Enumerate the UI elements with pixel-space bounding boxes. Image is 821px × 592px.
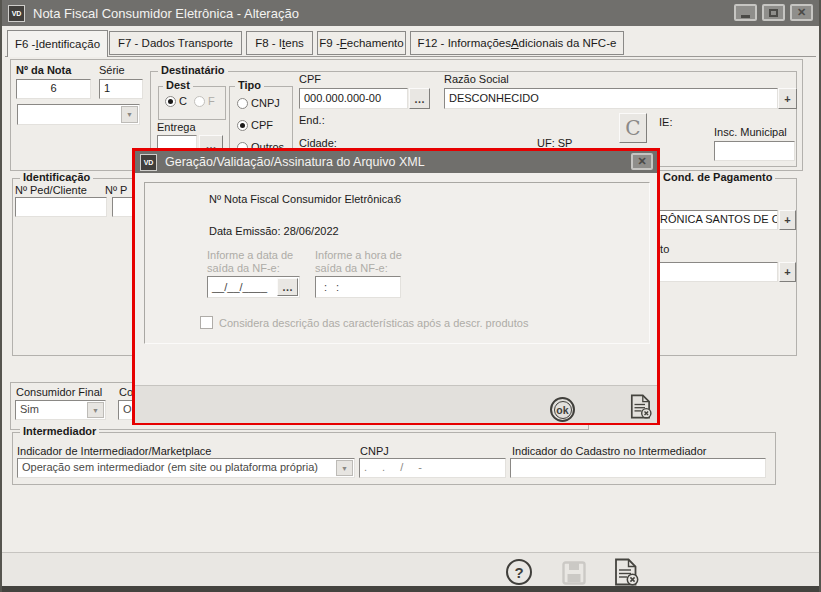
- cnpj-label: CNPJ: [360, 445, 389, 457]
- xml-generation-modal: VD Geração/Validação/Assinatura do Arqui…: [132, 148, 660, 425]
- radio-icon[interactable]: [194, 96, 205, 107]
- ped2-label-fragment: Nº P: [105, 184, 127, 196]
- cpf-field[interactable]: 000.000.000-00: [299, 88, 408, 109]
- tipo-cnpj-label: CNPJ: [251, 97, 280, 109]
- cpf-lookup-button[interactable]: …: [409, 88, 430, 109]
- save-icon: [562, 561, 586, 585]
- dest-radio-f[interactable]: F: [194, 95, 215, 107]
- help-button[interactable]: ?: [506, 559, 532, 585]
- modal-close-button[interactable]: ✕: [631, 153, 653, 170]
- insc-municipal-label: Insc. Municipal: [714, 126, 787, 138]
- app-window: VD Nota Fiscal Consumidor Eletrônica - A…: [0, 0, 821, 592]
- date-picker-button[interactable]: …: [277, 278, 298, 296]
- tab-separator: [5, 56, 816, 57]
- nota-combobox[interactable]: ▼: [17, 104, 140, 125]
- app-icon: VD: [140, 154, 157, 171]
- tab-identificacao[interactable]: F6 - Identificação: [7, 30, 108, 57]
- ped-cliente-field[interactable]: [15, 197, 107, 217]
- serie-field[interactable]: 1: [99, 79, 143, 99]
- chevron-down-icon[interactable]: ▼: [121, 106, 138, 123]
- modal-numero-value: 6: [395, 193, 401, 205]
- contingencia-label-fragment: Co: [119, 386, 133, 398]
- app-icon: VD: [8, 5, 25, 22]
- nota-field[interactable]: 6: [16, 79, 91, 99]
- date-mask: __/__/____: [212, 281, 267, 293]
- intermediador-title: Intermediador: [20, 425, 99, 437]
- tab-fechamento[interactable]: F9 - Fechamento: [317, 31, 406, 55]
- modal-data-saida-label: Informe a data de saída da NF-e:: [207, 249, 315, 275]
- cpf-label: CPF: [299, 73, 321, 85]
- modal-emissao-text: Data Emissão: 28/06/2022: [209, 225, 339, 237]
- cancel-document-icon: [614, 558, 640, 586]
- window-title: Nota Fiscal Consumidor Eletrônica - Alte…: [33, 6, 299, 21]
- cancel-document-icon: [630, 394, 653, 419]
- dest-title: Dest: [163, 79, 193, 91]
- indicador-value: Operação sem intermediador (em site ou p…: [22, 461, 318, 473]
- cnpj-field[interactable]: . . / -: [359, 458, 506, 478]
- help-icon: ?: [514, 564, 523, 581]
- maximize-icon: [769, 9, 778, 17]
- tipo-title: Tipo: [235, 79, 264, 91]
- razao-add-button[interactable]: +: [778, 88, 797, 109]
- ped-cliente-label: Nº Ped/Cliente: [15, 184, 87, 196]
- footer-bar: [2, 552, 819, 587]
- maximize-button[interactable]: [762, 4, 785, 21]
- window-bottom-edge: [2, 586, 819, 592]
- modal-footer: [135, 385, 657, 423]
- radio-icon[interactable]: [165, 96, 176, 107]
- modal-checkbox[interactable]: [200, 316, 213, 329]
- tipo-radio-cpf[interactable]: CPF: [237, 119, 273, 131]
- dest-c-label: C: [179, 95, 187, 107]
- razao-social-field[interactable]: DESCONHECIDO: [444, 88, 778, 109]
- modal-numero-label: Nº Nota Fiscal Consumidor Eletrônica:: [209, 193, 396, 205]
- modal-date-field[interactable]: __/__/____ …: [207, 276, 300, 298]
- ok-button[interactable]: ok: [550, 397, 575, 422]
- save-button[interactable]: [562, 561, 586, 587]
- consumidor-final-combobox[interactable]: Sim▼: [15, 400, 106, 420]
- pagto-add-button[interactable]: +: [779, 262, 796, 282]
- cancel-button[interactable]: [614, 558, 640, 588]
- endereco-label: End.:: [299, 114, 325, 126]
- modal-title: Geração/Validação/Assinatura do Arquivo …: [165, 155, 425, 169]
- minimize-button[interactable]: [734, 4, 757, 21]
- consumidor-value: Sim: [20, 403, 39, 415]
- c-button[interactable]: C: [619, 113, 647, 143]
- serie-label: Série: [99, 64, 125, 76]
- cond-pagamento-title: Cond. de Pagamento: [660, 171, 775, 183]
- cadastro-label: Indicador do Cadastro no Intermediador: [512, 445, 706, 457]
- ie-label: IE:: [659, 116, 672, 128]
- title-bar: VD Nota Fiscal Consumidor Eletrônica - A…: [2, 0, 819, 26]
- modal-checkbox-label: Considera descrição das características …: [219, 317, 528, 329]
- identificacao-title: Identificação: [20, 171, 93, 183]
- tab-itens[interactable]: F8 - Itens: [246, 31, 313, 55]
- radio-icon[interactable]: [237, 98, 248, 109]
- destinatario-title: Destinatário: [158, 64, 228, 76]
- radio-icon[interactable]: [237, 120, 248, 131]
- nota-label: Nº da Nota: [16, 64, 71, 76]
- modal-time-field[interactable]: : :: [315, 276, 401, 298]
- modal-body: Nº Nota Fiscal Consumidor Eletrônica: 6 …: [135, 173, 657, 400]
- razao-social-label: Razão Social: [444, 73, 509, 85]
- modal-title-bar: VD Geração/Validação/Assinatura do Arqui…: [135, 151, 657, 173]
- dest-radio-c[interactable]: C: [165, 95, 187, 107]
- modal-hora-saida-label: Informe a hora de saída da NF-e:: [315, 249, 423, 275]
- tab-informacoes-adicionais[interactable]: F12 - Informações Adicionais da NFC-e: [410, 31, 624, 55]
- insc-municipal-field[interactable]: [714, 141, 795, 161]
- close-icon: ✕: [797, 6, 806, 19]
- indicador-label: Indicador de Intermediador/Marketplace: [17, 445, 211, 457]
- chevron-down-icon: ▼: [87, 402, 104, 418]
- modal-cancel-button[interactable]: [630, 394, 653, 421]
- dest-f-label: F: [208, 95, 215, 107]
- tab-dados-transporte[interactable]: F7 - Dados Transporte: [109, 31, 242, 55]
- cadastro-field[interactable]: [510, 458, 766, 478]
- indicador-combobox[interactable]: Operação sem intermediador (em site ou p…: [17, 458, 355, 478]
- chevron-down-icon: ▼: [336, 460, 353, 476]
- close-icon: ✕: [637, 155, 646, 168]
- ok-icon: ok: [554, 401, 572, 419]
- minimize-icon: [741, 15, 750, 18]
- tipo-radio-cnpj[interactable]: CNPJ: [237, 97, 280, 109]
- entrega-label: Entrega: [157, 121, 196, 133]
- consumidor-final-label: Consumidor Final: [16, 386, 102, 398]
- vendedor-add-button[interactable]: +: [779, 210, 796, 230]
- close-button[interactable]: ✕: [790, 4, 813, 21]
